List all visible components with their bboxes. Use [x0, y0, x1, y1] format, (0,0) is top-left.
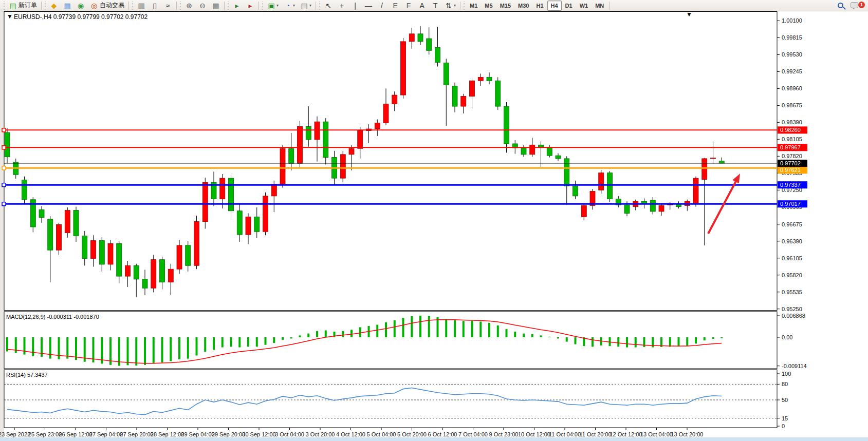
rsi-pane[interactable] [4, 370, 777, 428]
line-handle[interactable] [2, 183, 6, 187]
arrows-button[interactable]: ⇅▾ [442, 1, 458, 11]
macd-bar [247, 337, 249, 347]
macd-bar [49, 337, 51, 359]
candle-body [246, 217, 251, 235]
templates-button[interactable]: ▤▾ [298, 1, 314, 11]
macd-bar [445, 319, 447, 337]
price-tick-label: 0.99815 [782, 34, 802, 41]
tf-h1-button[interactable]: H1 [532, 1, 547, 11]
tile-windows-icon: ▦ [212, 2, 220, 9]
hline-button[interactable]: — [362, 1, 375, 11]
autotrading-icon: ◎ [90, 2, 98, 9]
tile-windows-button[interactable]: ▦ [209, 1, 223, 11]
macd-tick-label: 0.006868 [782, 313, 805, 319]
search-icon[interactable] [838, 3, 843, 8]
time-tick-label: 25 Sep 23:00 [28, 431, 62, 437]
new-order-button[interactable]: ▤新订单 [6, 1, 40, 11]
candle-body [117, 243, 122, 276]
tf-w1-button[interactable]: W1 [576, 1, 592, 11]
time-tick-label: 27 Sep 20:00 [120, 431, 153, 437]
tf-m30-button-label: M30 [518, 3, 529, 9]
candle-body [392, 95, 397, 104]
text-button[interactable]: A [415, 1, 429, 11]
macd-bar [523, 334, 525, 337]
zoom-in-button[interactable]: ⊕ [182, 1, 196, 11]
chart-shift-button[interactable]: ▸ [244, 1, 257, 11]
notifications-button[interactable]: 1 [851, 1, 866, 10]
time-tick-label: 23 Sep 2022 [0, 431, 30, 437]
hline-icon: — [364, 2, 373, 9]
toolbar-separator [224, 2, 225, 10]
price-tag-label: 0.97337 [780, 182, 801, 188]
chevron-down-icon[interactable]: ▾ [276, 3, 279, 8]
tf-m1-button[interactable]: M1 [466, 1, 481, 11]
line-handle[interactable] [2, 146, 6, 149]
chart-window[interactable]: 1.001000.998150.995300.992450.989600.986… [0, 11, 868, 441]
chart-canvas[interactable]: 1.001000.998150.995300.992450.989600.986… [0, 11, 868, 441]
cursor-button[interactable]: ↖ [322, 1, 335, 11]
market-watch-button[interactable]: ◆ [47, 1, 61, 11]
candle-body [650, 200, 655, 212]
price-tick-label: 0.99245 [782, 68, 802, 74]
toolbar-group-scroll: ▸▸ [230, 0, 257, 11]
crosshair-button[interactable]: + [335, 1, 348, 11]
tf-m15-button[interactable]: M15 [496, 1, 514, 11]
candle-chart-button[interactable]: ▯ [148, 1, 161, 11]
zoom-out-button[interactable]: ⊖ [196, 1, 209, 11]
autotrading-button[interactable]: ◎自动交易 [87, 1, 127, 11]
candle-body [315, 122, 320, 140]
line-chart-button[interactable]: ≈ [161, 1, 175, 11]
data-window-button[interactable]: ▦ [61, 1, 74, 11]
toolbar-separator [609, 2, 610, 10]
new-chart-icon: ▣ [267, 2, 275, 9]
candle-body [504, 106, 509, 144]
tf-m30-button[interactable]: M30 [514, 1, 532, 11]
tf-h4-button-label: H4 [551, 3, 558, 9]
macd-bar [557, 337, 559, 338]
candle-body [470, 81, 475, 96]
price-tick-label: 0.95250 [782, 306, 802, 312]
periods-button[interactable]: ◔▾ [281, 1, 298, 11]
candle-chart-icon: ▯ [151, 2, 159, 9]
macd-bar [325, 331, 327, 337]
macd-bar [127, 337, 129, 365]
chart-title: EURUSD-,H4 0.97739 0.97799 0.97702 0.977… [14, 13, 148, 21]
candle-body [719, 161, 724, 163]
vline-button[interactable]: | [348, 1, 362, 11]
tf-w1-button-label: W1 [580, 3, 588, 9]
macd-label: MACD(12,26,9) -0.000311 -0.001870 [6, 314, 99, 320]
macd-bar [135, 337, 137, 366]
candle-body [323, 122, 328, 157]
auto-scroll-button[interactable]: ▸ [230, 1, 244, 11]
line-handle[interactable] [2, 128, 6, 132]
trendline-button[interactable]: / [375, 1, 389, 11]
status-strip [0, 437, 868, 441]
tf-m5-button[interactable]: M5 [481, 1, 496, 11]
tf-d1-button[interactable]: D1 [562, 1, 576, 11]
new-chart-button[interactable]: ▣▾ [265, 1, 281, 11]
toolbar-grip [3, 2, 5, 10]
candle-body [194, 222, 199, 266]
time-tick-label: 3 Oct 04:00 [275, 431, 304, 437]
time-tick-label: 4 Oct 12:00 [336, 431, 365, 437]
candle-body [349, 148, 354, 155]
chevron-down-icon[interactable]: ▾ [454, 3, 456, 8]
line-handle[interactable] [2, 202, 6, 206]
candle-body [271, 184, 276, 196]
macd-bar [704, 337, 706, 340]
line-handle[interactable] [2, 166, 6, 170]
navigator-button[interactable]: ◉ [74, 1, 87, 11]
text-label-button[interactable]: T [429, 1, 442, 11]
macd-bar [721, 337, 723, 338]
chevron-down-icon[interactable]: ▾ [293, 3, 295, 8]
price-tag-label: 0.97621 [780, 167, 801, 173]
channel-button[interactable]: F [402, 1, 415, 11]
candle-body [409, 34, 414, 42]
auto-scroll-icon: ▸ [233, 2, 241, 9]
tf-mn-button[interactable]: MN [592, 1, 607, 11]
fibonacci-button[interactable]: E [389, 1, 402, 11]
time-tick-label: 12 Oct 12:00 [610, 431, 642, 437]
bar-chart-button[interactable]: ▥ [135, 1, 148, 11]
chevron-down-icon[interactable]: ▾ [309, 3, 311, 8]
tf-h4-button[interactable]: H4 [547, 1, 562, 11]
